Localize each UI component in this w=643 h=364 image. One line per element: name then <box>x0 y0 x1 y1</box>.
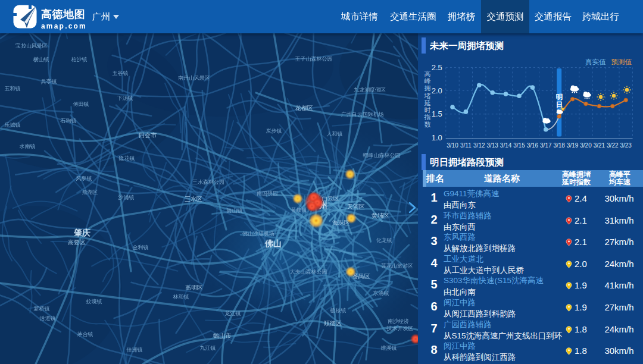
svg-text:2.5: 2.5 <box>432 63 442 72</box>
svg-text:三水区: 三水区 <box>185 196 202 202</box>
svg-text:柏沙镇: 柏沙镇 <box>71 57 88 62</box>
svg-text:林和镇: 林和镇 <box>173 294 189 300</box>
svg-text:1.5: 1.5 <box>432 109 442 118</box>
svg-text:3/10: 3/10 <box>447 142 458 149</box>
svg-text:高明区: 高明区 <box>185 284 203 291</box>
svg-text:榄核镇: 榄核镇 <box>330 307 347 313</box>
svg-text:傅田镇: 傅田镇 <box>73 101 89 107</box>
svg-text:兵亭镇: 兵亭镇 <box>41 79 57 84</box>
svg-text:宝拉山风景区: 宝拉山风景区 <box>15 43 48 49</box>
svg-text:3/18: 3/18 <box>553 142 565 149</box>
svg-text:茅合镇: 茅合镇 <box>77 331 93 337</box>
svg-text:肇庆: 肇庆 <box>73 228 90 237</box>
svg-text:堵: 堵 <box>424 92 431 99</box>
svg-text:南丹山风景区: 南丹山风景区 <box>178 75 210 81</box>
svg-text:拥: 拥 <box>424 84 431 92</box>
svg-text:2.0: 2.0 <box>432 86 442 95</box>
svg-text:3/21: 3/21 <box>594 142 605 149</box>
svg-text:骑山镇: 骑山镇 <box>227 208 243 214</box>
svg-text:明: 明 <box>555 93 563 101</box>
svg-text:三水森林公园: 三水森林公园 <box>192 179 224 185</box>
svg-text:横山镇: 横山镇 <box>33 57 49 62</box>
svg-text:莲花山旅游区: 莲花山旅游区 <box>381 263 413 269</box>
svg-text:东涌镇: 东涌镇 <box>373 290 389 296</box>
svg-text:鼎湖区: 鼎湖区 <box>82 189 98 195</box>
svg-text:佛山沙堤机场: 佛山沙堤机场 <box>242 231 274 237</box>
svg-text:3/22: 3/22 <box>607 142 619 149</box>
svg-text:顺德区: 顺德区 <box>324 320 342 327</box>
svg-text:3/15: 3/15 <box>513 142 525 149</box>
svg-text:活道镇: 活道镇 <box>39 315 56 321</box>
svg-text:王子山森林公园: 王子山森林公园 <box>295 56 333 62</box>
svg-text:黄埔区: 黄埔区 <box>372 212 389 219</box>
svg-text:沙浦镇: 沙浦镇 <box>118 194 135 200</box>
svg-text:广州白云国际机场: 广州白云国际机场 <box>341 111 384 117</box>
svg-text:高要区: 高要区 <box>68 239 86 246</box>
svg-text:九江镇: 九江镇 <box>200 345 216 351</box>
svg-text:高: 高 <box>424 70 431 77</box>
svg-text:四会市: 四会市 <box>139 132 157 139</box>
svg-text:3/20: 3/20 <box>580 142 592 149</box>
svg-text:3/19: 3/19 <box>567 142 579 149</box>
svg-text:3/23: 3/23 <box>620 142 632 149</box>
svg-text:维溪镇: 维溪镇 <box>381 345 397 351</box>
svg-text:3/16: 3/16 <box>527 142 539 149</box>
svg-text:3/13: 3/13 <box>486 142 498 149</box>
svg-text:化龙镇: 化龙镇 <box>376 237 392 243</box>
svg-text:技术开发区: 技术开发区 <box>386 325 414 331</box>
svg-text:金利镇: 金利镇 <box>133 244 149 250</box>
svg-text:佳洲镇: 佳洲镇 <box>126 347 143 353</box>
svg-text:鹤山市: 鹤山市 <box>213 332 232 339</box>
svg-text:花都区: 花都区 <box>295 105 313 111</box>
svg-text:乐城镇: 乐城镇 <box>4 122 21 128</box>
svg-text:3/12: 3/12 <box>473 142 485 149</box>
svg-text:时: 时 <box>424 106 431 114</box>
svg-text:大夫山森林公园: 大夫山森林公园 <box>290 269 327 275</box>
svg-text:3/11: 3/11 <box>460 142 472 149</box>
svg-text:3/14: 3/14 <box>500 142 512 149</box>
svg-text:数: 数 <box>424 121 431 128</box>
svg-text:五和镇: 五和镇 <box>5 86 21 92</box>
svg-text:指: 指 <box>424 114 431 121</box>
svg-text:天河区: 天河区 <box>347 203 365 210</box>
svg-text:1.0: 1.0 <box>432 133 442 142</box>
svg-text:延: 延 <box>424 99 431 106</box>
svg-text:龙江镇: 龙江镇 <box>225 310 241 316</box>
svg-text:玉谷镇: 玉谷镇 <box>113 70 129 76</box>
svg-text:石狗镇: 石狗镇 <box>60 118 77 124</box>
svg-text:佛山: 佛山 <box>264 239 282 248</box>
svg-text:炭步镇: 炭步镇 <box>266 128 282 134</box>
svg-text:日: 日 <box>555 101 563 108</box>
svg-text:下汤镇: 下汤镇 <box>117 95 133 101</box>
svg-text:水南镇: 水南镇 <box>20 143 36 149</box>
svg-text:新桥镇: 新桥镇 <box>34 306 50 312</box>
svg-text:风泉镇: 风泉镇 <box>76 175 92 181</box>
svg-text:峰: 峰 <box>424 77 431 84</box>
svg-text:南沙经济: 南沙经济 <box>388 318 409 324</box>
svg-text:黄岐镇: 黄岐镇 <box>291 207 307 213</box>
svg-text:3/17: 3/17 <box>540 142 552 149</box>
svg-text:人和镇: 人和镇 <box>327 131 343 137</box>
svg-text:隆花镇: 隆花镇 <box>119 155 135 161</box>
svg-text:帽峰山森林公园: 帽峰山森林公园 <box>363 152 401 158</box>
svg-text:九龙湖度假区: 九龙湖度假区 <box>354 87 386 93</box>
svg-text:南国桃园: 南国桃园 <box>257 190 278 196</box>
svg-text:蚊境镇: 蚊境镇 <box>86 299 102 305</box>
